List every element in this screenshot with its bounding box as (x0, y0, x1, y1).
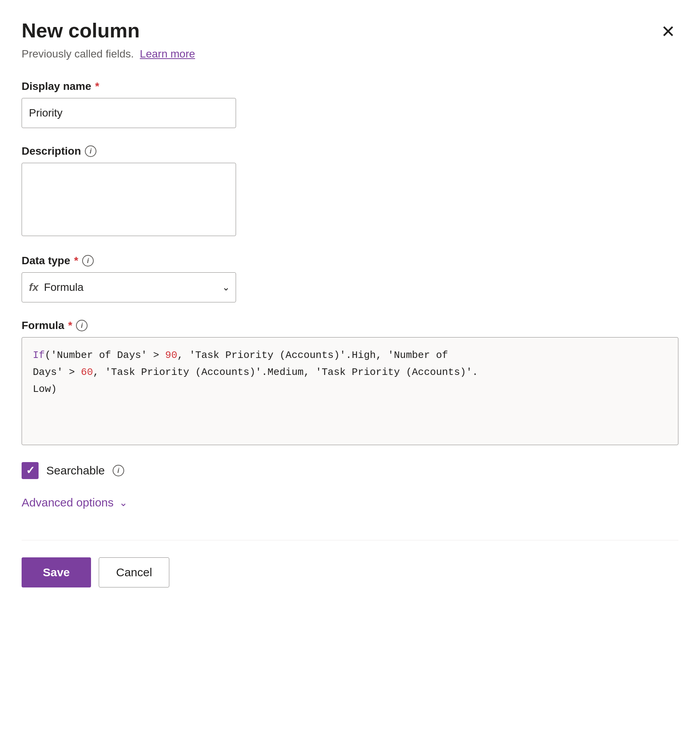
searchable-checkbox[interactable]: ✓ (22, 462, 39, 479)
checkmark-icon: ✓ (26, 465, 35, 476)
formula-if-keyword: If (33, 349, 45, 361)
data-type-label: Data type * i (22, 255, 678, 267)
advanced-options-row[interactable]: Advanced options ⌄ (22, 496, 678, 509)
data-type-field-group: Data type * i fx Formula ⌄ (22, 255, 678, 302)
close-icon: ✕ (661, 23, 675, 40)
data-type-select-wrapper: fx Formula ⌄ (22, 272, 236, 302)
formula-info-icon[interactable]: i (76, 320, 88, 331)
description-input[interactable] (22, 163, 236, 236)
learn-more-link[interactable]: Learn more (140, 48, 195, 60)
subtitle: Previously called fields. Learn more (22, 48, 678, 60)
searchable-row: ✓ Searchable i (22, 462, 678, 479)
dialog-header: New column ✕ (22, 19, 678, 43)
new-column-dialog: New column ✕ Previously called fields. L… (0, 0, 700, 751)
searchable-label: Searchable (46, 464, 105, 477)
display-name-required: * (95, 80, 100, 93)
formula-editor[interactable]: If('Number of Days' > 90, 'Task Priority… (22, 337, 678, 445)
data-type-select[interactable]: fx Formula (22, 272, 236, 302)
formula-field-group: Formula * i If('Number of Days' > 90, 'T… (22, 319, 678, 445)
description-label: Description i (22, 145, 678, 157)
save-button[interactable]: Save (22, 557, 91, 587)
data-type-info-icon[interactable]: i (82, 255, 94, 267)
formula-label: Formula * i (22, 319, 678, 332)
data-type-value: Formula (44, 281, 84, 294)
description-field-group: Description i (22, 145, 678, 238)
close-button[interactable]: ✕ (658, 20, 678, 43)
advanced-options-label: Advanced options (22, 496, 114, 509)
data-type-required: * (74, 255, 78, 267)
fx-icon: fx (29, 281, 39, 294)
display-name-input[interactable] (22, 98, 236, 128)
display-name-label: Display name * (22, 80, 678, 93)
divider (22, 540, 678, 540)
searchable-info-icon[interactable]: i (113, 465, 124, 476)
advanced-options-chevron-icon: ⌄ (119, 497, 128, 509)
cancel-button[interactable]: Cancel (99, 557, 169, 587)
display-name-field-group: Display name * (22, 80, 678, 128)
button-row: Save Cancel (22, 557, 678, 587)
subtitle-text: Previously called fields. (22, 48, 134, 60)
formula-required: * (68, 319, 72, 332)
dialog-title: New column (22, 19, 140, 42)
description-info-icon[interactable]: i (85, 145, 96, 157)
